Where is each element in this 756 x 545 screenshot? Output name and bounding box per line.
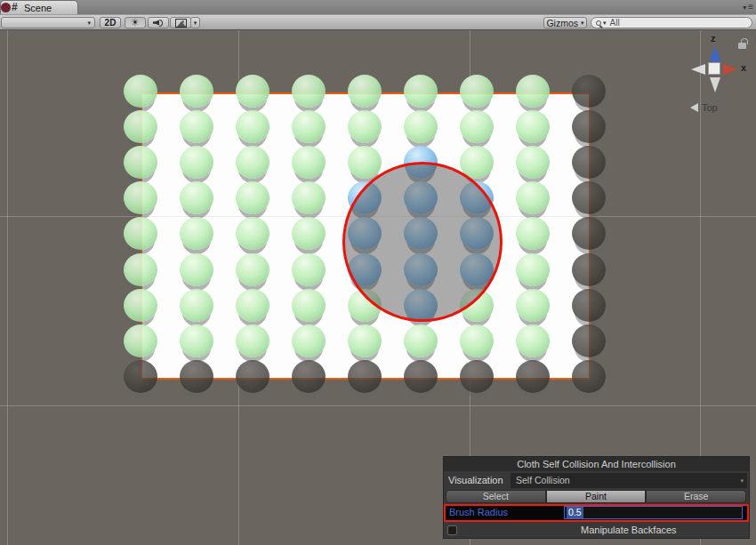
cloth-particle-dark[interactable] (572, 253, 606, 286)
cloth-particle-dark[interactable] (404, 360, 438, 393)
axis-center-cube[interactable] (708, 62, 720, 75)
cloth-particle-green[interactable] (404, 75, 438, 108)
cloth-particle-green[interactable] (516, 253, 550, 286)
visualization-dropdown[interactable]: Self Collision ▾ (511, 473, 747, 488)
scene-grid-line (7, 30, 8, 545)
tab-select[interactable]: Select (446, 490, 546, 503)
cloth-particle-green[interactable] (180, 325, 213, 357)
cloth-particle-green[interactable] (292, 75, 326, 108)
window-dropdown-icon[interactable]: ▾ (743, 4, 746, 12)
cloth-particle-green[interactable] (292, 146, 326, 179)
cloth-particle-dark[interactable] (236, 360, 269, 393)
cloth-particle-green[interactable] (180, 110, 213, 143)
cloth-particle-dark[interactable] (572, 289, 606, 322)
cloth-particle-dark[interactable] (572, 110, 606, 143)
axis-x-cone-icon[interactable] (723, 64, 737, 75)
cloth-particle-green[interactable] (516, 110, 550, 143)
gizmos-dropdown[interactable]: Gizmos ▾ (543, 17, 587, 28)
brush-radius-label: Brush Radius (449, 507, 508, 517)
cloth-particle-green[interactable] (516, 146, 550, 179)
cloth-particle-green[interactable] (124, 110, 157, 143)
cloth-particle-green[interactable] (236, 253, 269, 286)
draw-mode-dropdown[interactable]: ▾ (1, 17, 95, 28)
manipulate-backfaces-label: Manipulate Backfaces (581, 525, 677, 535)
cloth-particle-green[interactable] (404, 325, 438, 357)
scene-grid-line (0, 405, 756, 406)
cloth-particle-green[interactable] (460, 325, 494, 357)
cloth-particle-green[interactable] (292, 325, 326, 357)
lighting-toggle-button[interactable]: ☀ (125, 17, 146, 28)
brush-radius-input[interactable]: 0.5 (564, 506, 743, 519)
brush-radius-row: Brush Radius 0.5 (444, 504, 749, 522)
cloth-particle-green[interactable] (236, 289, 269, 322)
chevron-down-icon: ▾ (581, 20, 584, 27)
cloth-particle-green[interactable] (292, 110, 326, 143)
modified-dot-icon (1, 3, 11, 12)
cloth-particle-green[interactable] (124, 325, 157, 357)
cloth-particle-dark[interactable] (572, 325, 606, 357)
cloth-particle-dark[interactable] (572, 181, 606, 214)
2d-toggle-button[interactable]: 2D (100, 17, 121, 28)
cloth-particle-green[interactable] (460, 110, 494, 143)
cloth-particle-dark[interactable] (572, 75, 606, 108)
cloth-particle-green[interactable] (236, 325, 269, 357)
view-projection-toggle[interactable]: Top (690, 102, 718, 113)
cloth-particle-green[interactable] (292, 289, 326, 322)
scene-canvas[interactable]: z x Top Cloth Self Collision And Interco… (0, 30, 756, 545)
tab-paint[interactable]: Paint (546, 490, 647, 503)
cloth-particle-green[interactable] (124, 253, 157, 286)
cloth-particle-green[interactable] (348, 325, 382, 357)
cloth-particle-dark[interactable] (180, 360, 213, 393)
cloth-particle-green[interactable] (516, 325, 550, 357)
cloth-particle-green[interactable] (124, 75, 157, 108)
search-filter-chevron-icon: ▾ (603, 20, 607, 27)
image-icon (175, 19, 187, 28)
cloth-particle-green[interactable] (180, 289, 213, 322)
axis-z-label: z (711, 33, 716, 44)
scene-toolbar: ▾ 2D ☀ ▾ Gizmos ▾ ▾ All (0, 14, 756, 30)
cloth-particle-green[interactable] (348, 75, 382, 108)
cloth-particle-green[interactable] (460, 75, 494, 108)
cloth-particle-green[interactable] (180, 253, 213, 286)
lock-icon[interactable] (738, 43, 746, 49)
axis-z-cone-icon[interactable] (710, 46, 720, 61)
scene-grid-icon: # (12, 1, 18, 13)
cloth-particle-green[interactable] (516, 75, 550, 108)
manipulate-backfaces-checkbox[interactable] (447, 525, 457, 535)
cloth-particle-green[interactable] (292, 253, 326, 286)
search-input[interactable]: ▾ All (591, 17, 752, 28)
cloth-particle-green[interactable] (124, 146, 157, 179)
cloth-particle-dark[interactable] (572, 146, 606, 179)
cloth-particle-dark[interactable] (572, 217, 606, 250)
cloth-particle-dark[interactable] (572, 360, 606, 393)
cloth-particle-dark[interactable] (348, 360, 382, 393)
cloth-particle-dark[interactable] (516, 360, 550, 393)
effects-toggle-button[interactable] (170, 17, 191, 28)
tab-scene-label: Scene (24, 3, 52, 13)
gizmos-label: Gizmos (546, 18, 578, 28)
axis-negz-cone-icon[interactable] (710, 77, 720, 92)
cloth-particle-dark[interactable] (460, 360, 494, 393)
tab-scene[interactable]: # Scene (0, 0, 78, 14)
chevron-down-icon: ▾ (87, 20, 91, 27)
tab-erase[interactable]: Erase (646, 490, 746, 503)
window-menu-icon[interactable]: ≡ (748, 3, 753, 12)
cloth-particle-green[interactable] (180, 75, 213, 108)
cloth-particle-dark[interactable] (292, 360, 326, 393)
cloth-particle-green[interactable] (124, 289, 157, 322)
cloth-particle-green[interactable] (236, 146, 269, 179)
effects-dropdown[interactable]: ▾ (190, 17, 200, 28)
view-label: Top (702, 102, 718, 113)
search-value: All (608, 18, 620, 28)
cloth-particle-green[interactable] (236, 75, 269, 108)
cloth-particle-green[interactable] (348, 146, 382, 179)
cloth-particle-green[interactable] (348, 110, 382, 143)
cloth-particle-green[interactable] (236, 110, 269, 143)
cloth-particle-green[interactable] (404, 110, 438, 143)
cloth-particle-green[interactable] (516, 289, 550, 322)
cloth-particle-green[interactable] (180, 146, 213, 179)
axis-negx-cone-icon[interactable] (691, 64, 705, 75)
chevron-down-icon: ▾ (740, 473, 744, 488)
audio-toggle-button[interactable] (148, 17, 169, 28)
cloth-particle-dark[interactable] (124, 360, 157, 393)
